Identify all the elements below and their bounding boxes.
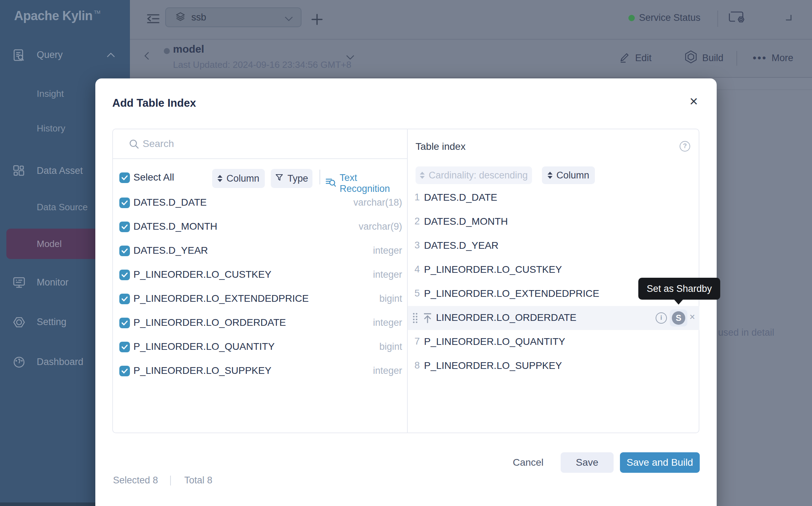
checkbox-checked[interactable] [119,222,130,232]
ellipsis-icon: ••• [753,54,767,61]
column-name: DATES.D_DATE [133,197,207,208]
divider [736,51,737,66]
column-row[interactable]: P_LINEORDER.LO_ORDERDATE integer [113,311,407,335]
drag-handle-icon[interactable] [412,312,418,326]
sort-by-column-button[interactable]: Column [212,169,265,188]
row-name: P_LINEORDER.LO_EXTENDEDPRICE [424,288,599,299]
sidebar-item-label: Query [37,49,63,60]
help-icon[interactable]: ? [680,141,690,152]
row-name: DATES.D_DATE [424,192,497,203]
checkbox-checked[interactable] [119,366,130,376]
column-row[interactable]: DATES.D_MONTH varchar(9) [113,215,407,239]
index-row-hovered[interactable]: LINEORDER.LO_ORDERDATE i S × [408,306,699,330]
sort-cardinality-button-disabled[interactable]: Cardinality: descending [416,166,532,184]
sidebar-item-label: Dashboard [37,357,83,367]
add-table-index-dialog: Add Table Index ✕ Search Sele [95,78,717,506]
content-divider [716,89,812,90]
model-name: model [173,43,204,55]
pin-to-top-icon[interactable] [423,312,432,325]
edit-button[interactable]: Edit [619,50,652,66]
build-label: Build [702,53,723,64]
index-row[interactable]: 3 DATES.D_YEAR [408,234,699,258]
service-status-dot [628,15,635,21]
shardby-button[interactable]: S [670,310,687,326]
sort-column-label: Column [556,170,589,181]
back-chevron-icon[interactable] [144,52,153,60]
model-status-dot [164,48,170,54]
checkbox-checked[interactable] [119,246,130,256]
row-number: 5 [408,288,420,299]
service-status-label[interactable]: Service Status [639,12,700,23]
collapse-sidebar-icon[interactable] [146,13,160,26]
chevron-down-icon[interactable] [786,15,792,20]
column-name: P_LINEORDER.LO_ORDERDATE [133,317,286,328]
build-button[interactable]: Build [684,50,723,66]
cancel-button[interactable]: Cancel [500,452,556,473]
tooltip-text: Set as Shardby [647,283,712,294]
text-recognition-icon [325,177,336,190]
app-root: Apache KylinTM Query Insight History [0,0,812,506]
sort-column-label: Column [226,173,259,184]
selected-count: Selected 8 [113,475,158,486]
index-row[interactable]: 7 P_LINEORDER.LO_QUANTITY [408,330,699,354]
sidebar-item-data-source[interactable]: Data Source [37,202,88,213]
search-bar[interactable]: Search [113,129,407,159]
checkbox-checked[interactable] [119,318,130,328]
remove-row-icon[interactable]: × [689,312,695,323]
index-row[interactable]: 8 P_LINEORDER.LO_SUPPKEY [408,354,699,378]
column-name: P_LINEORDER.LO_QUANTITY [133,341,275,352]
add-project-button[interactable] [311,13,323,27]
table-index-title: Table index [416,141,466,152]
row-number: 7 [408,336,420,347]
project-selector[interactable]: ssb [165,7,301,27]
row-name: P_LINEORDER.LO_CUSTKEY [424,264,562,275]
sidebar-item-history[interactable]: History [37,123,65,134]
sidebar-item-insight[interactable]: Insight [37,88,64,99]
filter-type-button[interactable]: Type [271,169,312,188]
index-row[interactable]: 2 DATES.D_MONTH [408,210,699,234]
filter-type-label: Type [287,173,308,184]
column-row[interactable]: P_LINEORDER.LO_SUPPKEY integer [113,359,407,383]
sidebar-item-query[interactable]: Query [0,46,130,64]
select-all-checkbox[interactable] [119,172,130,183]
close-icon[interactable]: ✕ [689,96,698,107]
row-name: DATES.D_YEAR [424,240,498,251]
select-all-label: Select All [133,172,174,183]
column-type: bigint [379,341,402,352]
column-row[interactable]: DATES.D_YEAR integer [113,239,407,263]
checkbox-checked[interactable] [119,342,130,352]
layers-icon [174,11,186,23]
monitor-icon [13,276,25,290]
save-button[interactable]: Save [561,452,614,473]
column-type: integer [373,245,402,256]
column-row[interactable]: P_LINEORDER.LO_QUANTITY bigint [113,335,407,359]
save-and-build-button[interactable]: Save and Build [620,452,700,473]
index-row[interactable]: 1 DATES.D_DATE [408,186,699,210]
sort-column-button[interactable]: Column [542,166,595,184]
checkbox-checked[interactable] [119,294,130,304]
model-header-bar: model Last Updated: 2024-09-16 23:34:56 … [130,40,812,78]
info-icon[interactable]: i [656,312,667,324]
background-partial-text: used in detail [718,327,774,338]
search-icon [129,139,140,151]
checkbox-checked[interactable] [119,198,130,208]
app-logo: Apache KylinTM [14,8,100,23]
row-number: 1 [408,192,420,203]
search-input[interactable]: Search [143,129,174,158]
row-name: P_LINEORDER.LO_SUPPKEY [424,360,562,371]
column-row[interactable]: P_LINEORDER.LO_EXTENDEDPRICE bigint [113,287,407,311]
system-settings-icon[interactable] [728,11,746,28]
chevron-down-icon[interactable] [346,52,354,60]
column-name: DATES.D_MONTH [133,221,217,232]
column-type: varchar(9) [359,221,402,232]
set-as-shardby-tooltip: Set as Shardby [638,278,720,300]
column-name: P_LINEORDER.LO_SUPPKEY [133,365,271,376]
transfer-panels: Search Select All Column [112,129,699,433]
more-button[interactable]: ••• More [753,50,793,66]
column-row[interactable]: DATES.D_DATE varchar(18) [113,191,407,215]
column-row[interactable]: P_LINEORDER.LO_CUSTKEY integer [113,263,407,287]
trademark: TM [94,10,100,15]
column-type: varchar(18) [353,197,402,208]
checkbox-checked[interactable] [119,270,130,280]
column-name: P_LINEORDER.LO_CUSTKEY [133,269,271,280]
